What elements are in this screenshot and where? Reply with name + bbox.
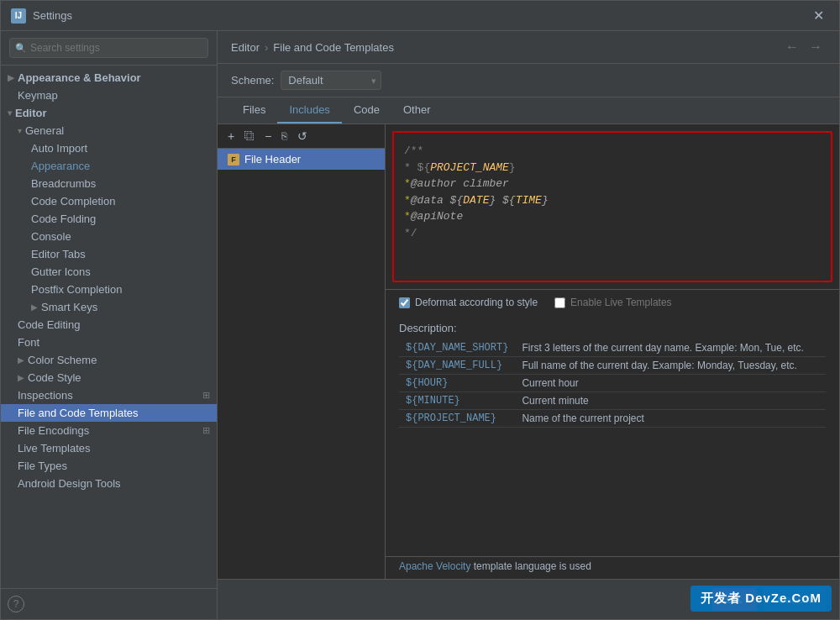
search-box: 🔍 [1,31,217,66]
window-title: Settings [33,9,808,22]
deformat-checkbox[interactable] [399,297,410,308]
live-templates-checkbox[interactable] [554,297,565,308]
var-cell: ${PROJECT_NAME} [399,410,515,428]
tab-files[interactable]: Files [231,97,277,123]
close-button[interactable]: ✕ [808,6,829,25]
sidebar-item-appearance[interactable]: Appearance [1,157,217,175]
sidebar-item-general[interactable]: ▾ General [1,122,217,139]
desc-cell: First 3 letters of the current day name.… [515,339,826,357]
sidebar-item-auto-import[interactable]: Auto Import [1,139,217,157]
breadcrumb-page: File and Code Templates [273,41,394,54]
desc-cell: Full name of the current day. Example: M… [515,357,826,375]
expand-arrow: ▶ [18,373,24,382]
description-label: Description: [399,322,826,334]
table-row: ${DAY_NAME_SHORT} First 3 letters of the… [399,339,826,357]
main-header: Editor › File and Code Templates ← → [218,31,839,64]
sidebar-item-gutter-icons[interactable]: Gutter Icons [1,263,217,281]
code-editor[interactable]: /** * ${PROJECT_NAME} *@author climber *… [392,131,832,282]
ok-button[interactable]: OK [712,588,757,611]
desc-cell: Current minute [515,392,826,410]
search-wrapper: 🔍 [9,38,208,58]
expand-arrow: ▶ [18,355,24,365]
expand-arrow: ▶ [8,73,14,82]
tab-other[interactable]: Other [391,97,443,123]
code-line-5: *@apiNote [404,208,821,225]
apache-velocity-link[interactable]: Apache Velocity [399,560,470,572]
sidebar-item-console[interactable]: Console [1,228,217,245]
expand-arrow: ▾ [18,126,22,135]
cancel-button[interactable]: Cancel [764,588,826,611]
right-panel: /** * ${PROJECT_NAME} *@author climber *… [386,124,839,579]
deformat-checkbox-label[interactable]: Deformat according to style [399,297,538,308]
sidebar-item-font[interactable]: Font [1,334,217,351]
inspections-icon: ⊞ [202,390,210,401]
table-row: ${PROJECT_NAME} Name of the current proj… [399,410,826,428]
code-line-4: *@data ${DATE} ${TIME} [404,192,821,209]
sidebar: 🔍 ▶ Appearance & Behavior Keymap ▾ Edito… [1,31,218,619]
nav-arrows: ← → [782,38,826,56]
titlebar: IJ Settings ✕ [1,1,839,31]
template-icon: F [228,154,239,166]
template-item-file-header[interactable]: F File Header [218,149,385,170]
sidebar-item-appearance-behavior[interactable]: ▶ Appearance & Behavior [1,69,217,87]
nav-back-button[interactable]: ← [782,38,802,56]
expand-arrow: ▾ [8,108,12,118]
table-row: ${MINUTE} Current minute [399,392,826,410]
search-input[interactable] [9,38,208,58]
main-body: + ⿻ − ⎘ ↺ F File Header [218,124,839,579]
var-cell: ${DAY_NAME_FULL} [399,357,515,375]
sidebar-item-android-design-tools[interactable]: Android Design Tools [1,475,217,492]
table-row: ${HOUR} Current hour [399,375,826,392]
duplicate-template-button[interactable]: ⎘ [278,129,291,144]
template-item-label: File Header [244,153,301,166]
code-line-6: */ [404,225,821,242]
action-buttons: OK Cancel [218,579,839,619]
reset-template-button[interactable]: ↺ [294,128,311,144]
sidebar-item-keymap[interactable]: Keymap [1,87,217,104]
sidebar-item-file-encodings[interactable]: File Encodings ⊞ [1,422,217,439]
scheme-select[interactable]: Default Project [281,71,381,90]
settings-window: IJ Settings ✕ 🔍 ▶ Appearance & Behavior … [0,0,840,620]
live-templates-checkbox-label[interactable]: Enable Live Templates [554,297,672,308]
table-row: ${DAY_NAME_FULL} Full name of the curren… [399,357,826,375]
description-area: Description: ${DAY_NAME_SHORT} First 3 l… [386,315,839,556]
remove-template-button[interactable]: − [261,128,275,144]
sidebar-bottom: ? [1,588,217,619]
sidebar-item-code-editing[interactable]: Code Editing [1,316,217,334]
sidebar-item-smart-keys[interactable]: ▶ Smart Keys [1,298,217,316]
code-line-3: *@author climber [404,176,821,192]
tab-code[interactable]: Code [342,97,391,123]
var-cell: ${HOUR} [399,375,515,392]
help-button[interactable]: ? [8,596,24,612]
code-line-2: * ${PROJECT_NAME} [404,160,821,176]
tab-includes[interactable]: Includes [277,97,341,123]
sidebar-item-code-style[interactable]: ▶ Code Style [1,369,217,386]
add-template-button[interactable]: + [224,128,238,144]
code-line-1: /** [404,143,821,160]
tabs-row: Files Includes Code Other [218,97,839,124]
sidebar-item-live-templates[interactable]: Live Templates [1,439,217,457]
desc-cell: Name of the current project [515,410,826,428]
scheme-select-wrapper: Default Project [281,71,381,90]
sidebar-item-editor-tabs[interactable]: Editor Tabs [1,245,217,263]
sidebar-item-postfix-completion[interactable]: Postfix Completion [1,281,217,298]
sidebar-item-code-folding[interactable]: Code Folding [1,210,217,228]
sidebar-item-code-completion[interactable]: Code Completion [1,192,217,210]
left-panel: + ⿻ − ⎘ ↺ F File Header [218,124,386,579]
sidebar-item-breadcrumbs[interactable]: Breadcrumbs [1,175,217,192]
search-icon: 🔍 [15,43,27,54]
nav-forward-button[interactable]: → [806,38,826,56]
description-table: ${DAY_NAME_SHORT} First 3 letters of the… [399,339,826,428]
sidebar-item-file-and-code-templates[interactable]: File and Code Templates [1,404,217,422]
scheme-row: Scheme: Default Project [218,64,839,97]
sidebar-item-inspections[interactable]: Inspections ⊞ [1,386,217,404]
scheme-label: Scheme: [231,74,274,87]
app-icon: IJ [11,8,26,24]
sidebar-item-editor[interactable]: ▾ Editor [1,104,217,122]
sidebar-item-color-scheme[interactable]: ▶ Color Scheme [1,351,217,369]
copy-template-button[interactable]: ⿻ [241,129,258,144]
expand-arrow: ▶ [31,302,38,312]
sidebar-item-file-types[interactable]: File Types [1,457,217,475]
description-footer: Apache Velocity template language is use… [386,556,839,579]
breadcrumb-separator: › [265,41,268,54]
